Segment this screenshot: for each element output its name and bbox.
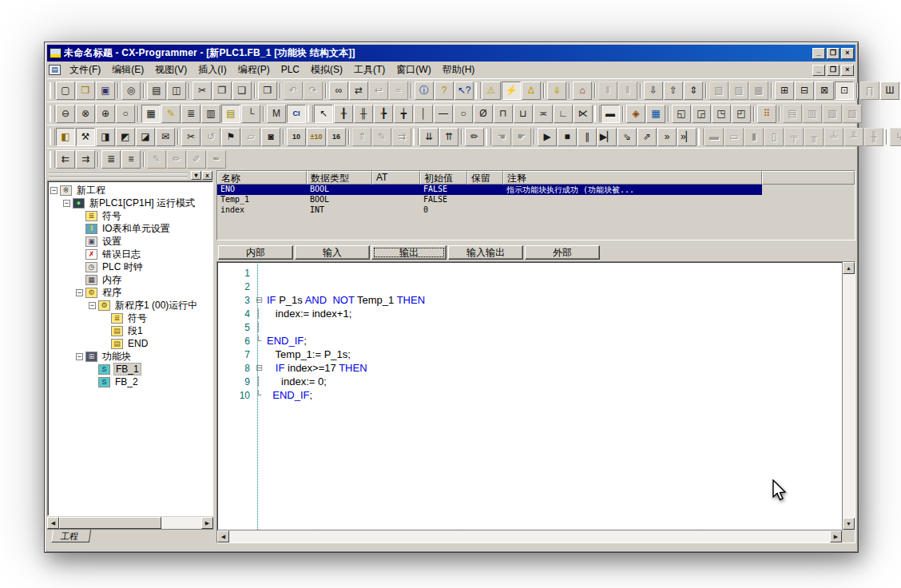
save-button[interactable]: ▣: [96, 81, 115, 100]
left-justify-button[interactable]: ≣: [101, 150, 121, 169]
grid-toggle-button[interactable]: ▦: [141, 105, 161, 123]
st-editor[interactable]: 1 2 3: [216, 261, 855, 543]
split-window-button[interactable]: ✂: [181, 128, 200, 146]
tree-item-project[interactable]: − ※ 新工程: [49, 184, 212, 197]
menu-tools[interactable]: 工具(T): [348, 62, 391, 77]
expander-icon[interactable]: −: [76, 289, 83, 296]
tree-scroll-thumb[interactable]: [59, 517, 161, 529]
copy-button[interactable]: ❐: [212, 81, 232, 100]
program-check-button[interactable]: ∆: [522, 81, 541, 100]
grip-handle[interactable]: [49, 173, 188, 178]
var-row-temp1[interactable]: Temp_1 BOOL FALSE: [217, 195, 762, 205]
vertical-line-tool-button[interactable]: │: [414, 105, 433, 123]
var-row-index[interactable]: index INT 0: [217, 205, 762, 216]
menu-view[interactable]: 视图(V): [149, 62, 193, 77]
column-header-initial[interactable]: 初始值: [420, 171, 467, 185]
interlock-tool-button[interactable]: ⋉: [574, 105, 593, 123]
tree-item-plc-clock[interactable]: ◷ PLC 时钟: [49, 260, 212, 273]
contact-nc-tool-button[interactable]: ╫: [354, 105, 373, 123]
sim-scan-run-button[interactable]: »▏: [677, 128, 697, 146]
sim-run-button[interactable]: ▶: [538, 128, 557, 146]
sim-step-out-button[interactable]: ⇗: [637, 128, 657, 146]
zoom-in-button[interactable]: ⊕: [96, 105, 115, 123]
tree-item-programs[interactable]: − ⚙ 程序: [49, 286, 212, 299]
workspace-grip[interactable]: ▾ x: [47, 170, 213, 181]
force-on-button[interactable]: ◱: [672, 105, 691, 123]
import-network-button[interactable]: ⇊: [419, 128, 439, 146]
reset-tool-button[interactable]: ≍: [534, 105, 553, 123]
scroll-left-icon[interactable]: ◀: [47, 517, 59, 529]
expander-icon[interactable]: −: [89, 302, 96, 309]
properties-button[interactable]: ✉: [156, 128, 175, 146]
cut-button[interactable]: ✂: [193, 81, 212, 100]
tree-item-symbols[interactable]: ≣ 符号: [49, 209, 212, 222]
menu-plc[interactable]: PLC: [276, 62, 305, 77]
monitor-signed-button[interactable]: ±10: [307, 128, 326, 146]
monitor-window-button[interactable]: ▬: [601, 105, 620, 123]
compare-with-plc-button[interactable]: ⇕: [684, 81, 703, 100]
rung-wrap-button[interactable]: ✎: [161, 105, 181, 123]
horizontal-line-tool-button[interactable]: —: [434, 105, 453, 123]
right-justify-button[interactable]: ≡: [121, 150, 141, 169]
menu-insert[interactable]: 插入(I): [193, 62, 232, 77]
or-contact-no-tool-button[interactable]: ╊: [374, 105, 393, 123]
child-close-button[interactable]: ×: [841, 65, 854, 76]
toggle-output-window-button[interactable]: ⚒: [76, 128, 95, 146]
export-network-button[interactable]: ⇈: [439, 128, 458, 146]
expander-icon[interactable]: −: [50, 187, 58, 194]
column-header-comment[interactable]: 注释: [503, 171, 762, 185]
toggle-address-reference-button[interactable]: ◪: [136, 128, 155, 146]
or-contact-nc-tool-button[interactable]: ╈: [394, 105, 413, 123]
tree-item-fb2[interactable]: S FB_2: [49, 375, 212, 388]
tree-item-memory[interactable]: ▦ 内存: [49, 273, 212, 286]
replace-button[interactable]: ⇄: [349, 81, 368, 100]
monitor-hex-button[interactable]: 16: [327, 128, 346, 146]
toggle-cross-reference-button[interactable]: ◩: [116, 128, 135, 146]
vertical-delete-tool-button[interactable]: ∟: [554, 105, 573, 123]
about-button[interactable]: ⓘ: [415, 81, 434, 100]
tree-item-program-symbols[interactable]: ≣ 符号: [49, 312, 212, 324]
column-header-retain[interactable]: 保留: [467, 171, 503, 185]
time-chart-monitor-button[interactable]: Ш: [880, 81, 899, 100]
monitor-flag-button[interactable]: ⚑: [221, 128, 240, 146]
toggle-watch-window-button[interactable]: ◨: [96, 128, 115, 146]
work-online-button[interactable]: ⚡: [502, 81, 521, 100]
zoom-custom-button[interactable]: ⊗: [76, 105, 95, 123]
tree-item-error-log[interactable]: ✗ 错误日志: [49, 248, 212, 260]
minimize-button[interactable]: _: [812, 48, 825, 59]
editor-hscroll-track[interactable]: [229, 530, 830, 542]
paste-attributes-button[interactable]: ❒: [258, 81, 277, 100]
sim-stop-button[interactable]: ■: [558, 128, 577, 146]
coil-closed-tool-button[interactable]: Ø: [474, 105, 493, 123]
indent-rung-left-button[interactable]: ⇇: [56, 150, 75, 169]
scroll-left-icon[interactable]: ◀: [217, 530, 229, 542]
workspace-close-button[interactable]: x: [202, 171, 212, 180]
open-file-button[interactable]: ❒: [76, 81, 95, 100]
zoom-out-button[interactable]: ⊖: [56, 105, 75, 123]
new-file-button[interactable]: ▢: [56, 81, 75, 100]
indent-rung-right-button[interactable]: ⇉: [76, 150, 95, 169]
var-row-eno[interactable]: ENO BOOL FALSE 指示功能块执行成功 (功能块被...: [217, 185, 762, 195]
sim-step-run-button[interactable]: ▶▏: [597, 128, 617, 146]
toggle-project-window-button[interactable]: ◧: [56, 128, 75, 146]
set-reset-button[interactable]: ◰: [732, 105, 751, 123]
code-area[interactable]: 1 2 3: [217, 262, 842, 530]
menu-simulation[interactable]: 模拟(S): [305, 62, 348, 77]
transfer-from-plc-button[interactable]: ⇧: [664, 81, 683, 100]
compile-button[interactable]: ⚠: [482, 81, 501, 100]
help-button[interactable]: ?: [435, 81, 454, 100]
force-cancel-button[interactable]: ◳: [712, 105, 731, 123]
menu-program[interactable]: 编程(P): [232, 62, 276, 77]
edit-comment-button[interactable]: ✏: [465, 128, 484, 146]
time-chart-button[interactable]: ▦: [646, 105, 665, 123]
search-in-project-button[interactable]: ◎: [121, 81, 141, 100]
project-tab[interactable]: 工程: [51, 530, 91, 542]
auto-online-button[interactable]: ⇓: [547, 81, 566, 100]
show-program-tree-button[interactable]: └: [241, 105, 260, 123]
zoom-fit-button[interactable]: ○: [116, 105, 135, 123]
tree-item-settings[interactable]: ▣ 设置: [49, 235, 212, 248]
column-header-name[interactable]: 名称: [217, 171, 307, 185]
force-off-button[interactable]: ◲: [692, 105, 711, 123]
sim-step-in-button[interactable]: ⇘: [617, 128, 637, 146]
print-preview-button[interactable]: ◫: [167, 81, 186, 100]
